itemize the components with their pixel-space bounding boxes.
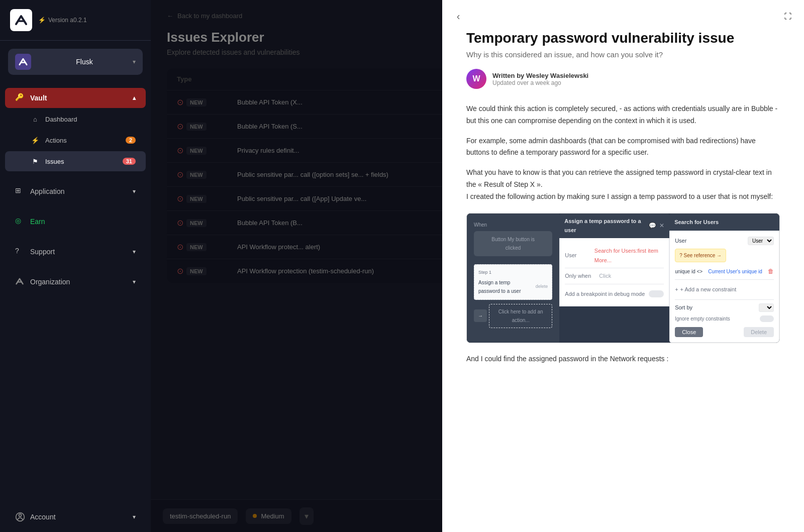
bolt-nav-icon: ⚡ (30, 135, 40, 145)
workspace-name: Flusk (76, 58, 92, 66)
unique-id-value: Current User's unique id (708, 267, 762, 276)
actions-label: Actions (45, 137, 67, 144)
sort-by-select[interactable] (759, 303, 774, 312)
vault-nav-header[interactable]: 🔑 Vault ▴ (5, 88, 146, 108)
application-nav-section: ⊞ Application ▾ (0, 176, 151, 206)
modal-author: W Written by Wesley Wasielewski Updated … (466, 69, 780, 89)
grid-icon: ⊞ (15, 186, 25, 196)
sidebar-item-actions[interactable]: ⚡ Actions 2 (5, 130, 146, 150)
click-here-action: Click here to add an action... (489, 304, 552, 328)
when-value: Button My button is clicked (474, 231, 552, 256)
modal-title: Temporary password vulnerability issue (466, 30, 780, 46)
see-reference-button[interactable]: ? See reference → (675, 249, 726, 262)
delete-constraint-icon[interactable]: 🗑 (768, 266, 774, 276)
add-constraint-label: + Add a new constraint (680, 285, 737, 294)
gift-icon: ◎ (15, 217, 25, 227)
sidebar-item-application[interactable]: ⊞ Application ▾ (5, 181, 146, 201)
org-logo-icon (15, 277, 25, 287)
issues-badge: 31 (123, 158, 136, 165)
vault-label: Vault (30, 94, 47, 102)
only-when-row: Only when Click (565, 271, 664, 281)
screenshot-when-panel: When Button My button is clicked Step 1 … (467, 214, 559, 343)
assign-panel-body: User Search for Users:first item More...… (559, 238, 669, 306)
step1-box: Step 1 Assign a temp password to a user … (474, 264, 552, 300)
see-ref-row: ? See reference → (675, 249, 774, 262)
search-panel-title: Search for Users (674, 219, 719, 225)
vault-chevron-icon: ▴ (133, 94, 136, 101)
bolt-icon: ⚡ (38, 17, 46, 24)
modal-screenshot: When Button My button is clicked Step 1 … (466, 213, 780, 343)
modal-subtitle: Why is this considered an issue, and how… (466, 50, 780, 59)
search-delete-button[interactable]: Delete (744, 327, 774, 337)
toggle-off (649, 290, 664, 297)
modal-overlay: ‹ Temporary password vulnerability issue… (151, 0, 804, 532)
svg-point-1 (19, 514, 22, 516)
support-label: Support (30, 248, 55, 256)
sidebar-item-dashboard[interactable]: ⌂ Dashboard (5, 109, 146, 129)
support-nav-section: ? Support ▾ (0, 237, 151, 267)
home-icon: ⌂ (30, 114, 40, 124)
divider (565, 268, 664, 268)
workspace-selector[interactable]: Flusk ▾ (8, 49, 143, 75)
app-logo (10, 9, 32, 31)
author-avatar: W (466, 69, 486, 89)
user-circle-icon (15, 512, 25, 522)
sidebar-item-earn[interactable]: ◎ Earn (5, 211, 146, 232)
modal-back-button[interactable]: ‹ (450, 8, 466, 24)
help-circle-icon: ? (15, 247, 25, 257)
toggle-ignore (760, 315, 774, 322)
user-select[interactable]: User (748, 237, 774, 245)
organization-nav-section: Organization ▾ (0, 267, 151, 297)
when-label: When (474, 221, 552, 229)
divider (565, 284, 664, 284)
body-paragraph-3: What you have to know is that you can re… (466, 167, 780, 202)
assign-panel: Assign a temp password to a user 💬 ✕ Use… (559, 214, 669, 343)
dashboard-label: Dashboard (45, 116, 77, 123)
issues-label: Issues (45, 158, 64, 165)
sidebar-item-account[interactable]: Account ▾ (5, 507, 146, 527)
assign-panel-header: Assign a temp password to a user 💬 ✕ (559, 214, 669, 238)
divider (675, 299, 774, 300)
author-info: Written by Wesley Wasielewski Updated ov… (492, 72, 588, 86)
step1-row: Assign a temp password to a user delete (478, 278, 548, 295)
workspace-chevron-icon: ▾ (133, 58, 136, 65)
modal-body: We could think this action is completely… (466, 103, 780, 365)
account-label: Account (30, 513, 56, 521)
earn-nav-section: ◎ Earn (0, 206, 151, 237)
body-paragraph-1: We could think this action is completely… (466, 103, 780, 127)
application-chevron-icon: ▾ (133, 188, 136, 195)
chat-icon: 💬 (649, 221, 656, 231)
account-chevron-icon: ▾ (133, 513, 136, 520)
modal-panel: ‹ Temporary password vulnerability issue… (442, 0, 804, 532)
add-action-row: → Click here to add an action... (474, 304, 552, 328)
sidebar-item-issues[interactable]: ⚑ Issues 31 (5, 151, 146, 171)
organization-chevron-icon: ▾ (133, 278, 136, 285)
search-close-button[interactable]: Close (675, 327, 703, 337)
close-icon[interactable]: ✕ (659, 221, 664, 231)
account-nav-section: Account ▾ (0, 502, 151, 532)
organization-label: Organization (30, 278, 70, 286)
application-label: Application (30, 187, 65, 195)
divider (675, 279, 774, 280)
sidebar-item-organization[interactable]: Organization ▾ (5, 272, 146, 292)
version-label: Version a0.2.1 (48, 17, 87, 24)
author-name: Written by Wesley Wasielewski (492, 72, 588, 79)
main-content: ← Back to my dashboard Issues Explorer E… (151, 0, 804, 532)
version-info: ⚡ Version a0.2.1 (38, 17, 87, 24)
step-box: Step 1 Assign a temp password to a user … (474, 264, 552, 328)
earn-label: Earn (30, 218, 45, 226)
vault-nav-section: 🔑 Vault ▴ ⌂ Dashboard ⚡ Actions 2 ⚑ Issu… (0, 83, 151, 176)
author-date: Updated over a week ago (492, 79, 588, 86)
sidebar-item-support[interactable]: ? Support ▾ (5, 242, 146, 262)
debug-row: Add a breakpoint in debug mode (565, 287, 664, 301)
sidebar-header: ⚡ Version a0.2.1 (0, 0, 151, 41)
support-chevron-icon: ▾ (133, 248, 136, 255)
screenshot-inner: When Button My button is clicked Step 1 … (467, 214, 779, 343)
modal-collapse-button[interactable] (780, 8, 796, 24)
search-users-header: Search for Users (669, 214, 779, 231)
assign-panel-title: Assign a temp password to a user (564, 217, 649, 235)
sidebar: ⚡ Version a0.2.1 Flusk ▾ 🔑 Vault ▴ ⌂ Das… (0, 0, 151, 532)
body-paragraph-2: For example, some admin dashboards (that… (466, 135, 780, 159)
search-users-body: User User ? See reference → unique id <>… (669, 231, 779, 342)
add-constraint-button[interactable]: + + Add a new constraint (675, 283, 774, 296)
